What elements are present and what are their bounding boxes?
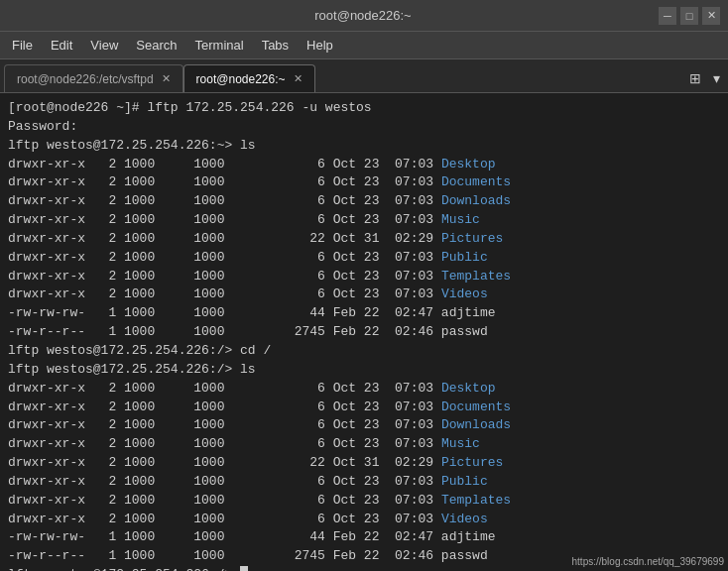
menu-item-tabs[interactable]: Tabs bbox=[254, 36, 297, 55]
menu-item-terminal[interactable]: Terminal bbox=[187, 36, 252, 55]
tab-label: root@node226:~ bbox=[196, 72, 286, 86]
terminal-line: drwxr-xr-x 2 1000 1000 6 Oct 23 07:03 De… bbox=[8, 156, 720, 174]
dir-link: Desktop bbox=[441, 157, 496, 171]
terminal-line: drwxr-xr-x 2 1000 1000 6 Oct 23 07:03 Pu… bbox=[8, 249, 720, 268]
minimize-button[interactable]: ─ bbox=[659, 7, 676, 25]
terminal-line: drwxr-xr-x 2 1000 1000 6 Oct 23 07:03 Te… bbox=[8, 492, 720, 511]
terminal-line: drwxr-xr-x 2 1000 1000 6 Oct 23 07:03 Mu… bbox=[8, 211, 720, 230]
terminal-cursor bbox=[240, 566, 248, 571]
tab-bar-right: ⊞ ▾ bbox=[685, 68, 724, 92]
menu-item-file[interactable]: File bbox=[4, 36, 41, 55]
terminal-line: drwxr-xr-x 2 1000 1000 6 Oct 23 07:03 De… bbox=[8, 380, 720, 399]
watermark: https://blog.csdn.net/qq_39679699 bbox=[572, 556, 724, 567]
menu-item-search[interactable]: Search bbox=[128, 36, 184, 55]
terminal-line: drwxr-xr-x 2 1000 1000 22 Oct 31 02:29 P… bbox=[8, 230, 720, 249]
dir-link: Downloads bbox=[441, 417, 511, 432]
terminal-line: -rw-r--r-- 1 1000 1000 2745 Feb 22 02:46… bbox=[8, 323, 720, 342]
dropdown-button[interactable]: ▾ bbox=[709, 68, 724, 88]
dir-link: Pictures bbox=[441, 231, 503, 246]
terminal-line: Password: bbox=[8, 118, 720, 137]
menu-item-view[interactable]: View bbox=[82, 36, 126, 55]
terminal-line: lftp westos@172.25.254.226:/> cd / bbox=[8, 342, 720, 361]
dir-link: Downloads bbox=[441, 193, 511, 208]
dir-link: Pictures bbox=[441, 455, 503, 470]
close-button[interactable]: ✕ bbox=[702, 7, 720, 25]
tab-bar: root@node226:/etc/vsftpd ✕ root@node226:… bbox=[0, 59, 728, 93]
tab-close-icon[interactable]: ✕ bbox=[294, 72, 303, 85]
terminal-line: drwxr-xr-x 2 1000 1000 6 Oct 23 07:03 Do… bbox=[8, 192, 720, 211]
terminal-line: drwxr-xr-x 2 1000 1000 6 Oct 23 07:03 Mu… bbox=[8, 435, 720, 454]
window-title: root@node226:~ bbox=[67, 8, 659, 23]
dir-link: Documents bbox=[441, 174, 511, 189]
terminal-line: drwxr-xr-x 2 1000 1000 6 Oct 23 07:03 Te… bbox=[8, 268, 720, 286]
terminal-line: drwxr-xr-x 2 1000 1000 6 Oct 23 07:03 Pu… bbox=[8, 473, 720, 492]
tab-close-icon[interactable]: ✕ bbox=[162, 72, 171, 85]
terminal-line: -rw-rw-rw- 1 1000 1000 44 Feb 22 02:47 a… bbox=[8, 528, 720, 547]
menu-item-edit[interactable]: Edit bbox=[43, 36, 80, 55]
dir-link: Desktop bbox=[441, 381, 496, 396]
tab-label: root@node226:/etc/vsftpd bbox=[17, 72, 154, 86]
window-controls: ─ □ ✕ bbox=[659, 7, 720, 25]
maximize-button[interactable]: □ bbox=[680, 7, 698, 25]
dir-link: Templates bbox=[441, 269, 511, 284]
tab-vsftpd[interactable]: root@node226:/etc/vsftpd ✕ bbox=[4, 64, 183, 92]
dir-link: Videos bbox=[441, 512, 488, 526]
screenshot-button[interactable]: ⊞ bbox=[685, 68, 705, 88]
dir-link: Templates bbox=[441, 493, 511, 508]
terminal-line: drwxr-xr-x 2 1000 1000 6 Oct 23 07:03 Do… bbox=[8, 173, 720, 192]
dir-link: Public bbox=[441, 474, 488, 489]
dir-link: Music bbox=[441, 436, 480, 451]
terminal-line: drwxr-xr-x 2 1000 1000 6 Oct 23 07:03 Do… bbox=[8, 416, 720, 435]
terminal-line: drwxr-xr-x 2 1000 1000 22 Oct 31 02:29 P… bbox=[8, 454, 720, 473]
terminal-line: drwxr-xr-x 2 1000 1000 6 Oct 23 07:03 Vi… bbox=[8, 511, 720, 529]
dir-link: Documents bbox=[441, 400, 511, 414]
dir-link: Music bbox=[441, 212, 480, 227]
title-bar: root@node226:~ ─ □ ✕ bbox=[0, 0, 728, 32]
terminal-line: -rw-rw-rw- 1 1000 1000 44 Feb 22 02:47 a… bbox=[8, 304, 720, 323]
terminal-line: drwxr-xr-x 2 1000 1000 6 Oct 23 07:03 Do… bbox=[8, 399, 720, 417]
terminal-area[interactable]: [root@node226 ~]# lftp 172.25.254.226 -u… bbox=[0, 93, 728, 571]
dir-link: Public bbox=[441, 250, 488, 265]
tab-home[interactable]: root@node226:~ ✕ bbox=[183, 64, 315, 92]
menu-bar: FileEditViewSearchTerminalTabsHelp bbox=[0, 32, 728, 59]
dir-link: Videos bbox=[441, 286, 488, 301]
terminal-line: drwxr-xr-x 2 1000 1000 6 Oct 23 07:03 Vi… bbox=[8, 286, 720, 304]
terminal-line: lftp westos@172.25.254.226:/> ls bbox=[8, 361, 720, 380]
menu-item-help[interactable]: Help bbox=[299, 36, 341, 55]
terminal-line: [root@node226 ~]# lftp 172.25.254.226 -u… bbox=[8, 99, 720, 118]
terminal-line: lftp westos@172.25.254.226:~> ls bbox=[8, 137, 720, 156]
